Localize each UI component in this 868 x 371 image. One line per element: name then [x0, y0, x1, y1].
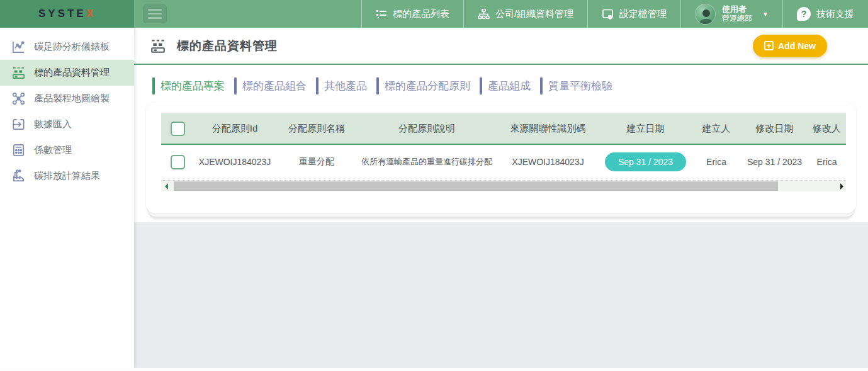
column-header: 來源關聯性識別碼 [496, 123, 600, 135]
logo-accent-letter: X [86, 8, 96, 20]
topnav: 標的產品列表 公司/組織資料管理 設定檔管理 使用者 [361, 0, 868, 28]
topnav-label: 標的產品列表 [393, 8, 449, 20]
process-map-icon [11, 91, 26, 106]
page-title: 標的產品資料管理 [177, 38, 278, 54]
column-header: 建立日期 [600, 123, 691, 135]
product-data-icon [11, 66, 26, 81]
chevron-down-icon: ▼ [762, 11, 769, 18]
org-chart-icon [478, 8, 490, 20]
modified-date-cell: Sep 31 / 2023 [741, 157, 808, 167]
sidebar-item-process-map[interactable]: 產品製程地圖繪製 [0, 86, 134, 111]
sidebar-item-label: 碳足跡分析儀錶板 [34, 41, 110, 53]
topnav-label: 公司/組織資料管理 [495, 8, 573, 20]
scroll-left-arrow[interactable] [165, 183, 168, 190]
allocation-desc-cell: 依所有運輸產品的重量進行碳排分配 [358, 156, 496, 168]
page-header: 標的產品資料管理 + Add New [134, 28, 868, 65]
created-by-cell: Erica [691, 157, 741, 167]
tab-indicator [152, 77, 155, 94]
row-select-cell [161, 155, 194, 169]
tab-indicator [480, 77, 482, 94]
user-name: 使用者 [722, 5, 752, 14]
app-window: SYSTEX 標的產品列表 公司/組織資料管理 設定檔 [0, 0, 868, 371]
sidebar-item-emission-results[interactable]: 碳排放計算結果 [0, 163, 134, 189]
column-header: 修改日期 [741, 123, 808, 135]
main-area: 標的產品資料管理 + Add New 標的產品專案 標的產品組合 其他產品 標的… [134, 28, 868, 371]
source-ref-cell: XJEWOIJ184023J [496, 157, 600, 167]
allocation-id-cell: XJEWOIJ184023J [194, 157, 276, 167]
created-date-cell: Sep 31 / 2023 [600, 152, 691, 171]
add-new-label: Add New [778, 41, 816, 51]
tab-label: 其他產品 [324, 79, 367, 93]
tab-target-product-portfolio[interactable]: 標的產品組合 [234, 77, 307, 94]
row-checkbox[interactable] [171, 155, 185, 169]
calculator-icon [11, 143, 26, 158]
user-department: 營運總部 [722, 14, 752, 23]
tab-indicator [234, 77, 237, 94]
hamburger-menu-button[interactable] [143, 4, 167, 23]
tab-mass-balance-check[interactable]: 質量平衡檢驗 [540, 77, 612, 94]
sidebar-item-data-import[interactable]: 數據匯入 [0, 111, 134, 137]
sidebar-item-product-data[interactable]: 標的產品資料管理 [0, 60, 134, 86]
avatar [695, 4, 716, 25]
sidebar-item-label: 碳排放計算結果 [34, 170, 100, 182]
tab-indicator [376, 77, 379, 94]
tab-product-composition[interactable]: 產品組成 [480, 77, 531, 94]
topnav-label: 設定檔管理 [619, 8, 667, 20]
table-row[interactable]: XJEWOIJ184023J 重量分配 依所有運輸產品的重量進行碳排分配 XJE… [161, 145, 846, 179]
column-header: 分配原則Id [194, 123, 276, 135]
column-header: 分配原則名稱 [276, 123, 358, 135]
tab-bar: 標的產品專案 標的產品組合 其他產品 標的產品分配原則 產品組成 質量平衡檢驗 [152, 72, 855, 99]
allocation-name-cell: 重量分配 [276, 156, 358, 168]
bottom-strip [0, 368, 868, 371]
tab-label: 質量平衡檢驗 [548, 79, 612, 93]
file-gear-icon [602, 8, 614, 20]
tab-indicator [540, 77, 543, 94]
sidebar-item-label: 數據匯入 [34, 118, 72, 130]
sidebar-item-dashboard[interactable]: 碳足跡分析儀錶板 [0, 34, 134, 60]
sidebar-item-label: 標的產品資料管理 [34, 67, 110, 79]
column-header: 建立人 [691, 123, 741, 135]
topnav-item-product-list[interactable]: 標的產品列表 [361, 0, 463, 28]
topbar: SYSTEX 標的產品列表 公司/組織資料管理 設定檔 [0, 0, 868, 28]
date-badge: Sep 31 / 2023 [605, 152, 686, 171]
sidebar-item-label: 係數管理 [34, 144, 72, 156]
tab-indicator [316, 77, 318, 94]
dashboard-chart-icon [11, 40, 26, 55]
product-data-icon [150, 38, 166, 54]
tab-label: 標的產品組合 [242, 79, 307, 93]
column-header: 修改人 [808, 123, 846, 135]
table-header-row: 分配原則Id 分配原則名稱 分配原則說明 來源關聯性識別碼 建立日期 建立人 修… [161, 113, 846, 145]
scrollbar-thumb[interactable] [174, 181, 778, 191]
select-all-checkbox[interactable] [171, 122, 185, 136]
tab-other-products[interactable]: 其他產品 [316, 77, 367, 94]
user-meta: 使用者 營運總部 [722, 5, 752, 23]
tab-label: 產品組成 [488, 79, 531, 93]
topnav-label: 技術支援 [816, 8, 854, 20]
sidebar: 碳足跡分析儀錶板 標的產品資料管理 產品製程地圖繪製 數據匯入 係數管理 [0, 28, 134, 368]
tab-label: 標的產品分配原則 [385, 79, 470, 93]
data-import-icon [11, 117, 26, 132]
tab-label: 標的產品專案 [161, 79, 225, 93]
select-all-cell [161, 122, 194, 136]
modified-by-cell: Erica [808, 157, 846, 167]
scroll-right-arrow[interactable] [840, 183, 843, 190]
list-icon [376, 8, 387, 20]
topnav-item-support[interactable]: ? 技術支援 [782, 0, 868, 28]
plus-icon: + [764, 41, 774, 50]
tab-target-product-project[interactable]: 標的產品專案 [152, 77, 225, 94]
topnav-item-profile-management[interactable]: 設定檔管理 [587, 0, 680, 28]
horizontal-scrollbar[interactable] [161, 180, 846, 191]
logo[interactable]: SYSTEX [0, 0, 134, 28]
add-new-button[interactable]: + Add New [753, 35, 827, 57]
logo-text: SYSTEX [38, 8, 96, 20]
emission-result-icon [11, 169, 26, 184]
column-header: 分配原則說明 [358, 123, 496, 135]
table-card: 分配原則Id 分配原則名稱 分配原則說明 來源關聯性識別碼 建立日期 建立人 修… [146, 102, 856, 214]
sidebar-item-coefficient[interactable]: 係數管理 [0, 137, 134, 163]
user-menu[interactable]: 使用者 營運總部 ▼ [680, 0, 782, 28]
topnav-item-org-management[interactable]: 公司/組織資料管理 [463, 0, 587, 28]
tab-allocation-principles[interactable]: 標的產品分配原則 [376, 77, 470, 94]
question-icon: ? [797, 7, 811, 21]
sidebar-item-label: 產品製程地圖繪製 [34, 93, 110, 105]
